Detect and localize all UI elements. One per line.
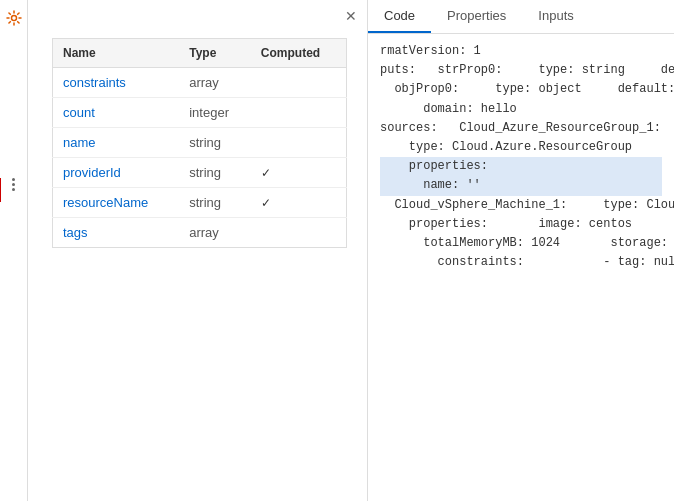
field-computed-cell bbox=[251, 218, 347, 248]
code-line: type: Cloud.Azure.ResourceGroup bbox=[380, 140, 632, 154]
field-type-cell: string bbox=[179, 128, 251, 158]
code-line: Cloud_vSphere_Machine_1: bbox=[380, 198, 567, 212]
field-name-link[interactable]: tags bbox=[63, 225, 88, 240]
left-sidebar bbox=[0, 0, 28, 501]
field-name-cell: constraints bbox=[53, 68, 180, 98]
right-panel: CodePropertiesInputs rmatVersion: 1 puts… bbox=[368, 0, 674, 501]
field-name-link[interactable]: providerId bbox=[63, 165, 121, 180]
svg-point-0 bbox=[11, 16, 16, 21]
main-container: ✕ Name Type Computed constraintsarraycou… bbox=[28, 0, 674, 501]
col-header-computed: Computed bbox=[251, 39, 347, 68]
code-line: cpuCount: 1 bbox=[639, 217, 674, 231]
code-line: default: hh bbox=[632, 63, 674, 77]
tab-code[interactable]: Code bbox=[368, 0, 431, 33]
code-line: storage: bbox=[567, 236, 668, 250]
field-type-cell: string bbox=[179, 158, 251, 188]
code-line: type: string bbox=[510, 63, 625, 77]
field-computed-cell: ✓ bbox=[251, 158, 347, 188]
field-name-link[interactable]: constraints bbox=[63, 75, 126, 90]
code-line: - tag: null bbox=[531, 255, 674, 269]
code-line: properties: bbox=[380, 217, 488, 231]
field-computed-cell bbox=[251, 68, 347, 98]
code-line: rmatVersion: 1 bbox=[380, 44, 481, 58]
code-line: name: '' bbox=[380, 176, 662, 195]
code-line: type: object bbox=[466, 82, 581, 96]
code-line: puts: bbox=[380, 63, 416, 77]
fields-table: Name Type Computed constraintsarraycount… bbox=[52, 38, 347, 248]
field-name-cell: count bbox=[53, 98, 180, 128]
field-type-cell: integer bbox=[179, 98, 251, 128]
field-computed-cell: ✓ bbox=[251, 188, 347, 218]
table-row: countinteger bbox=[53, 98, 347, 128]
col-header-name: Name bbox=[53, 39, 180, 68]
settings-icon[interactable] bbox=[4, 8, 24, 28]
table-row: namestring bbox=[53, 128, 347, 158]
code-line: properties: bbox=[380, 157, 662, 176]
tab-properties[interactable]: Properties bbox=[431, 0, 522, 33]
field-computed-cell bbox=[251, 98, 347, 128]
tab-inputs[interactable]: Inputs bbox=[522, 0, 589, 33]
code-line: domain: hello bbox=[380, 102, 517, 116]
col-header-type: Type bbox=[179, 39, 251, 68]
computed-check-icon: ✓ bbox=[261, 166, 271, 180]
field-type-cell: string bbox=[179, 188, 251, 218]
code-line: strProp0: bbox=[423, 63, 502, 77]
table-row: constraintsarray bbox=[53, 68, 347, 98]
table-row: tagsarray bbox=[53, 218, 347, 248]
code-line: constraints: bbox=[380, 255, 524, 269]
code-line: objProp0: bbox=[380, 82, 459, 96]
field-name-cell: tags bbox=[53, 218, 180, 248]
properties-panel: ✕ Name Type Computed constraintsarraycou… bbox=[28, 0, 368, 501]
table-row: providerIdstring✓ bbox=[53, 158, 347, 188]
dots-menu[interactable] bbox=[12, 178, 15, 191]
code-line: Cloud_Azure_ResourceGroup_1: bbox=[445, 121, 661, 135]
tabs-bar: CodePropertiesInputs bbox=[368, 0, 674, 34]
code-line: type: Cloud.vSphere.Machine bbox=[574, 198, 674, 212]
field-computed-cell bbox=[251, 128, 347, 158]
field-name-cell: providerId bbox=[53, 158, 180, 188]
computed-check-icon: ✓ bbox=[261, 196, 271, 210]
table-row: resourceNamestring✓ bbox=[53, 188, 347, 218]
field-name-link[interactable]: name bbox=[63, 135, 96, 150]
code-area: rmatVersion: 1 puts: strProp0: type: str… bbox=[368, 34, 674, 501]
field-name-link[interactable]: resourceName bbox=[63, 195, 148, 210]
code-line: totalMemoryMB: 1024 bbox=[380, 236, 560, 250]
field-type-cell: array bbox=[179, 68, 251, 98]
field-name-link[interactable]: count bbox=[63, 105, 95, 120]
code-line: image: centos bbox=[495, 217, 632, 231]
close-button[interactable]: ✕ bbox=[343, 8, 359, 24]
code-line: default: bbox=[589, 82, 674, 96]
field-name-cell: name bbox=[53, 128, 180, 158]
field-type-cell: array bbox=[179, 218, 251, 248]
field-name-cell: resourceName bbox=[53, 188, 180, 218]
code-line: sources: bbox=[380, 121, 438, 135]
